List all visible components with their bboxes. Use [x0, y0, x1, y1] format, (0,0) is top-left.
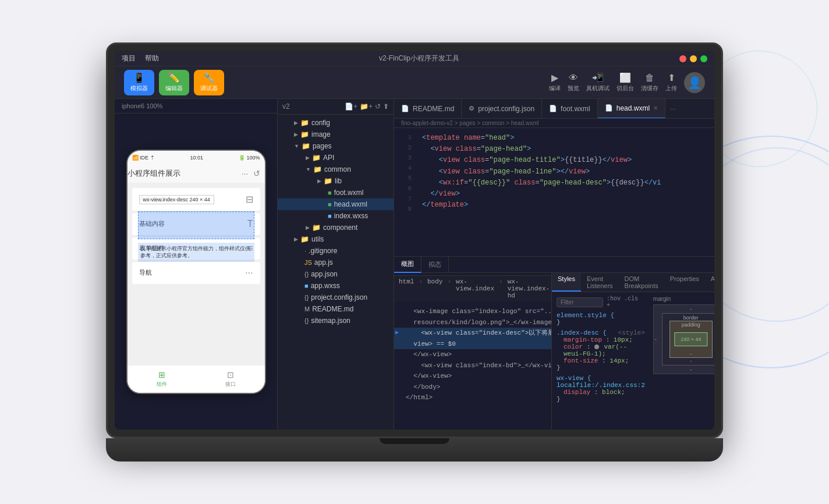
toolbar-clear-cache-action[interactable]: 🗑 清缓存 [641, 73, 658, 93]
tab-close-icon[interactable]: ✕ [653, 105, 658, 111]
bottom-tab-detail[interactable]: 拟态 [421, 257, 449, 273]
toolbar-background-action[interactable]: ⬜ 切后台 [617, 72, 634, 93]
tree-item-sitemap[interactable]: {} sitemap.json [278, 315, 394, 326]
css-value: 14px; [610, 357, 629, 364]
toolbar-compile-action[interactable]: ▶ 编译 [549, 72, 561, 93]
folder-icon: 📁 [300, 130, 309, 139]
code-lines: 12345678 <template name="head"> <view cl… [394, 128, 714, 256]
minimize-button[interactable] [690, 55, 697, 62]
more-tabs-icon[interactable]: ··· [665, 105, 681, 113]
tree-item-lib[interactable]: ▶ 📁 lib [278, 175, 394, 187]
styles-tab-accessibility[interactable]: Accessibility [705, 273, 714, 292]
tab-project-config[interactable]: ⚙ project.config.json [462, 99, 542, 119]
tree-item-label: sitemap.json [311, 317, 350, 325]
new-folder-icon[interactable]: 📁+ [360, 102, 373, 111]
dom-sel-wx-view-index[interactable]: wx-view.index [456, 278, 494, 299]
bottom-tab-overview[interactable]: 概图 [394, 257, 421, 273]
box-model: margin 10 - - - - [650, 292, 714, 430]
menu-item-project[interactable]: 项目 [122, 54, 136, 63]
device-selector[interactable]: iphone6 100% [115, 99, 277, 113]
toolbar-debugger-button[interactable]: 🔧 调试器 [194, 70, 224, 95]
tree-item-appjson[interactable]: {} app.json [278, 268, 394, 280]
phone-nav-interface[interactable]: ⊡ 接口 [225, 370, 236, 388]
tree-item-index-wxss[interactable]: ■ index.wxss [278, 210, 394, 222]
toolbar-upload-action[interactable]: ⬆ 上传 [665, 72, 677, 93]
toolbar-simulator-button[interactable]: 📱 模拟器 [124, 70, 154, 95]
new-file-icon[interactable]: 📄+ [345, 102, 357, 111]
toolbar-device-debug-action[interactable]: 📲 真机调试 [586, 72, 610, 93]
close-button[interactable] [679, 55, 686, 62]
menu-item-help[interactable]: 帮助 [145, 54, 159, 63]
tab-foot-wxml[interactable]: 📄 foot.wxml [542, 99, 598, 119]
tree-item-gitignore[interactable]: · .gitignore [278, 245, 394, 257]
dom-sel-wx-view-index-hd[interactable]: wx-view.index-hd [508, 278, 550, 299]
device-debug-icon: 📲 [592, 72, 604, 83]
phone-refresh-icon[interactable]: ↺ [253, 169, 260, 178]
maximize-button[interactable] [700, 55, 707, 62]
color-swatch [594, 345, 599, 349]
styles-tab-dom-breakpoints[interactable]: DOM Breakpoints [619, 273, 664, 292]
arrow-placeholder [394, 350, 403, 360]
tree-item-config[interactable]: ▶ 📁 config [278, 117, 394, 129]
phone-more-icon[interactable]: ··· [242, 169, 249, 178]
tree-item-appjs[interactable]: JS app.js [278, 257, 394, 268]
tree-item-api[interactable]: ▶ 📁 API [278, 152, 394, 164]
list-item[interactable]: 导航 ··· [132, 262, 260, 284]
file-icon: ■ [304, 282, 309, 289]
tree-item-appwxss[interactable]: ■ app.wxss [278, 280, 394, 292]
component-nav-label: 组件 [157, 381, 167, 388]
tree-item-readme[interactable]: M README.md [278, 303, 394, 315]
phone-nav-component[interactable]: ⊞ 组件 [157, 370, 167, 388]
source-text: </html> [403, 393, 433, 403]
tree-item-project-config[interactable]: {} project.config.json [278, 292, 394, 303]
app-container: 项目 帮助 v2-FinClip小程序开发工具 📱 模拟器 [115, 51, 714, 430]
tree-item-head-wxml[interactable]: ■ head.wxml [278, 198, 394, 210]
tab-head-wxml[interactable]: 📄 head.wxml ✕ [598, 99, 665, 119]
selected-element-info: wx-view.index-desc 240 × 44 [139, 195, 214, 204]
breadcrumb-text: fino-applet-demo-v2 > pages > common > h… [401, 120, 539, 126]
phone-status-bar: 📶 IDE ⇡ 10:01 🔋 100% [127, 151, 265, 165]
tree-item-image[interactable]: ▶ 📁 image [278, 129, 394, 140]
dom-sel-html[interactable]: html [399, 278, 414, 299]
dom-sel-body[interactable]: body [427, 278, 442, 299]
tree-item-foot-wxml[interactable]: ■ foot.wxml [278, 187, 394, 198]
refresh-icon[interactable]: ↺ [375, 102, 381, 111]
tree-item-utils[interactable]: ▶ 📁 utils [278, 233, 394, 245]
css-value: block; [602, 389, 625, 396]
styles-left: :hov .cls + element.style { } [552, 292, 650, 430]
styles-tab-properties[interactable]: Properties [664, 273, 705, 292]
arrow-placeholder [394, 382, 403, 392]
folder-icon: 📁 [300, 119, 309, 127]
foot-wxml-tab-icon: 📄 [549, 105, 557, 112]
file-tree-root-label: v2 [282, 102, 290, 111]
toolbar-editor-button[interactable]: ✏️ 编辑器 [159, 70, 189, 95]
tree-item-label: foot.wxml [334, 189, 364, 197]
file-icon: JS [304, 259, 312, 266]
tree-item-component[interactable]: ▶ 📁 component [278, 222, 394, 233]
code-editor[interactable]: 12345678 <template name="head"> <view cl… [394, 128, 714, 256]
tree-item-label: head.wxml [334, 200, 367, 208]
css-source-link[interactable]: localfile:/.index.css:2 [557, 382, 645, 389]
laptop-base [106, 438, 723, 462]
head-wxml-tab-icon: 📄 [605, 104, 613, 112]
arrow-icon: ▶ [294, 132, 298, 137]
editor-label: 编辑器 [165, 84, 183, 93]
code-line: </view> [422, 189, 707, 200]
source-line: <wx-image class="index-logo" src="../res… [394, 306, 551, 317]
tree-item-common[interactable]: ▼ 📁 common [278, 164, 394, 175]
user-avatar[interactable]: 👤 [684, 72, 705, 93]
file-tree-actions: 📄+ 📁+ ↺ ⬆ [345, 102, 389, 111]
styles-tab-event-listeners[interactable]: Event Listeners [581, 273, 619, 292]
css-selector: wx-view { [557, 375, 591, 382]
styles-content: :hov .cls + element.style { } [552, 292, 714, 430]
collapse-icon[interactable]: ⬆ [383, 102, 389, 111]
filter-input[interactable] [557, 297, 603, 307]
tree-item-label: common [324, 165, 351, 173]
styles-tab-styles[interactable]: Styles [552, 273, 581, 292]
tree-item-pages[interactable]: ▼ 📁 pages [278, 140, 394, 152]
breadcrumb: fino-applet-demo-v2 > pages > common > h… [394, 119, 714, 128]
tab-readme[interactable]: 📄 README.md [394, 99, 462, 119]
phone-header: 小程序组件展示 ··· ↺ [127, 165, 265, 183]
toolbar-preview-action[interactable]: 👁 预览 [568, 73, 579, 93]
code-content: <template name="head"> <view class="page… [415, 128, 714, 256]
